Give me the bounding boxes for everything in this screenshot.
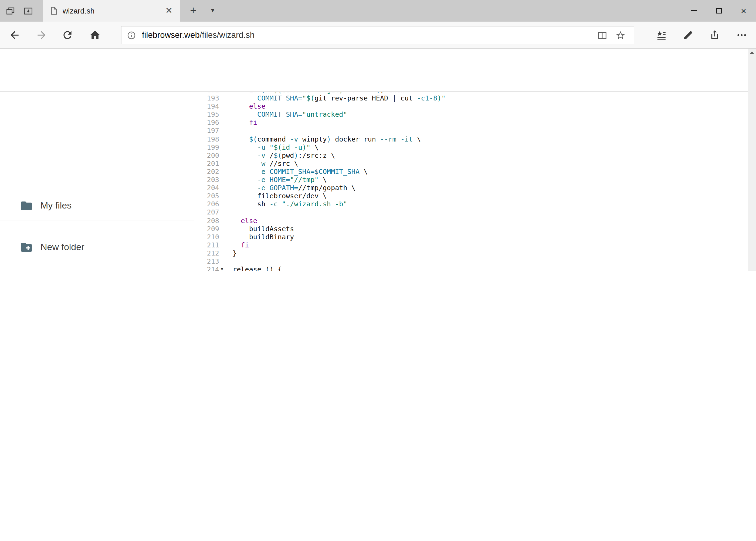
code-line-text: -e COMMIT_SHA=$COMMIT_SHA \: [219, 168, 368, 176]
code-line[interactable]: 202 -e COMMIT_SHA=$COMMIT_SHA \: [194, 168, 748, 176]
forward-icon[interactable]: [36, 29, 48, 41]
code-line[interactable]: 206 sh -c "./wizard.sh -b": [194, 200, 748, 208]
browser-tab-bar: wizard.sh ✕ + ▾ ×: [0, 0, 756, 22]
code-line[interactable]: 198 $(command -v winpty) docker run --rm…: [194, 135, 748, 143]
code-line[interactable]: 200 -v /$(pwd):/src:z \: [194, 151, 748, 159]
line-number: 209: [194, 225, 219, 233]
line-number: 198: [194, 135, 219, 143]
code-line-text: $(command -v winpty) docker run --rm -it…: [219, 135, 421, 143]
sidebar-item-new-folder[interactable]: New folder: [0, 235, 194, 261]
tabs-preview-icon[interactable]: [5, 6, 16, 16]
code-line[interactable]: 201 -w //src \: [194, 159, 748, 168]
window-controls: ×: [681, 0, 756, 22]
sidebar-item-label: New folder: [41, 242, 85, 253]
code-line[interactable]: 208 else: [194, 216, 748, 225]
line-number: 202: [194, 168, 219, 176]
reading-view-icon[interactable]: [597, 30, 607, 40]
sidebar: My files New folder New file Settings Lo…: [0, 92, 194, 270]
app-header: [0, 49, 748, 92]
code-line-text: fi: [219, 119, 257, 127]
code-line-text: fi: [219, 241, 249, 249]
code-line[interactable]: 209 buildAssets: [194, 225, 748, 233]
code-line[interactable]: 204 -e GOPATH=//tmp/gopath \: [194, 184, 748, 192]
line-number: 205: [194, 192, 219, 200]
code-line-text: if [ "$(command -v git)" != "" ]; then: [219, 92, 404, 94]
tab-dropdown-icon[interactable]: ▾: [205, 0, 221, 22]
line-number: 194: [194, 102, 219, 110]
code-line[interactable]: 207: [194, 208, 748, 216]
url-domain: filebrowser.web: [142, 30, 200, 39]
favorite-star-icon[interactable]: [616, 30, 626, 40]
code-line-text: -w //src \: [219, 159, 298, 168]
code-line[interactable]: 210 buildBinary: [194, 233, 748, 241]
page-scrollbar[interactable]: [748, 49, 756, 270]
sidebar-item-my-files[interactable]: My files: [0, 193, 194, 219]
tab-title: wizard.sh: [63, 6, 95, 15]
line-number: 214: [194, 265, 219, 270]
code-editor[interactable]: 192 if [ "$(command -v git)" != "" ]; th…: [194, 92, 748, 270]
code-line[interactable]: 203 -e HOME="//tmp" \: [194, 176, 748, 184]
code-line[interactable]: 194 else: [194, 102, 748, 110]
browser-address-bar: filebrowser.web/files/wizard.sh: [0, 22, 756, 49]
line-number: 210: [194, 233, 219, 241]
line-number: 195: [194, 111, 219, 119]
sidebar-item-label: My files: [41, 201, 72, 211]
tab-close-icon[interactable]: ✕: [162, 0, 175, 22]
line-number: 197: [194, 127, 219, 135]
url-path: /files/wizard.sh: [200, 30, 255, 39]
code-line-text: else: [219, 102, 265, 110]
line-number: 208: [194, 216, 219, 225]
refresh-icon[interactable]: [62, 29, 74, 41]
code-line[interactable]: 199 -u "$(id -u)" \: [194, 143, 748, 151]
code-line-text: buildAssets: [219, 225, 294, 233]
line-number: 212: [194, 249, 219, 257]
code-line[interactable]: 211 fi: [194, 241, 748, 249]
code-line-text: -e HOME="//tmp" \: [219, 176, 327, 184]
site-info-icon[interactable]: [127, 31, 136, 40]
line-number: 200: [194, 151, 219, 159]
code-line[interactable]: 205 filebrowser/dev \: [194, 192, 748, 200]
code-line-text: [219, 127, 233, 135]
browser-tab[interactable]: wizard.sh ✕: [43, 0, 180, 22]
window-close-button[interactable]: ×: [731, 0, 756, 22]
scroll-up-arrow-icon[interactable]: [748, 49, 756, 57]
window-minimize-button[interactable]: [681, 0, 706, 22]
set-tabs-aside-icon[interactable]: [23, 6, 34, 16]
fold-arrow-icon[interactable]: ▾: [221, 266, 223, 270]
code-line[interactable]: 212}: [194, 249, 748, 257]
line-number: 206: [194, 200, 219, 208]
url-bar[interactable]: filebrowser.web/files/wizard.sh: [121, 26, 634, 44]
code-line-text: COMMIT_SHA="untracked": [219, 111, 347, 119]
code-line-text: }: [219, 249, 237, 257]
line-number: 207: [194, 208, 219, 216]
code-line[interactable]: 197: [194, 127, 748, 135]
line-number: 203: [194, 176, 219, 184]
more-ellipsis-icon[interactable]: [736, 30, 747, 41]
url-text: filebrowser.web/files/wizard.sh: [142, 30, 255, 40]
code-line-text: [219, 208, 233, 216]
window-maximize-button[interactable]: [706, 0, 731, 22]
line-number: 192: [194, 92, 219, 94]
line-number: 199: [194, 143, 219, 151]
code-line[interactable]: 192 if [ "$(command -v git)" != "" ]; th…: [194, 92, 748, 94]
line-number: 196: [194, 119, 219, 127]
page-icon: [50, 6, 58, 15]
code-line[interactable]: 214▾release () {: [194, 265, 748, 270]
code-line-text: release () {: [219, 265, 282, 270]
hub-favorites-icon[interactable]: [656, 30, 667, 41]
home-icon[interactable]: [89, 29, 101, 41]
share-icon[interactable]: [709, 30, 720, 41]
back-icon[interactable]: [9, 29, 21, 41]
code-line[interactable]: 195 COMMIT_SHA="untracked": [194, 111, 748, 119]
sidebar-divider: [0, 220, 194, 221]
code-line-text: -e GOPATH=//tmp/gopath \: [219, 184, 356, 192]
line-number: 201: [194, 159, 219, 168]
new-tab-button[interactable]: +: [184, 0, 202, 22]
code-line[interactable]: 196 fi: [194, 119, 748, 127]
code-line[interactable]: 193 COMMIT_SHA="$(git rev-parse HEAD | c…: [194, 94, 748, 102]
code-line[interactable]: 213: [194, 257, 748, 265]
ink-pen-icon[interactable]: [683, 30, 694, 41]
code-line-text: -u "$(id -u)" \: [219, 143, 319, 151]
code-line-text: filebrowser/dev \: [219, 192, 327, 200]
browser-window: wizard.sh ✕ + ▾ × filebrowser.web/files/…: [0, 0, 756, 270]
